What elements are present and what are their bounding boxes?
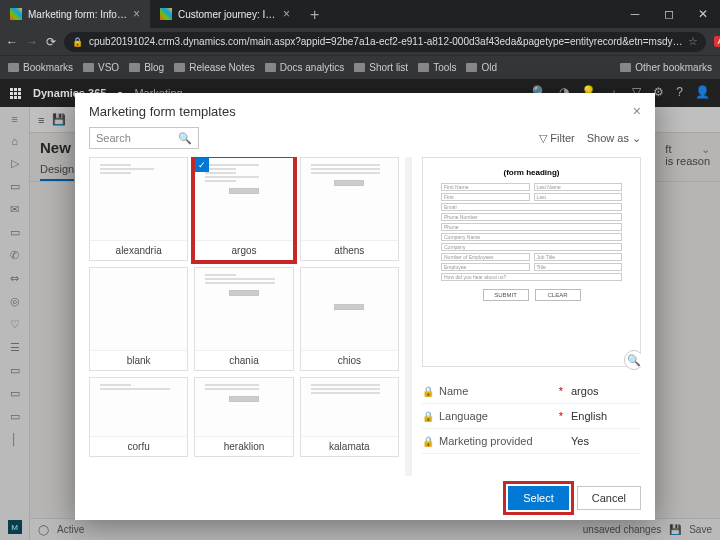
bookmark-item[interactable]: Old xyxy=(466,62,497,73)
url-text: cpub20191024.crm3.dynamics.com/main.aspx… xyxy=(89,36,682,47)
window-controls: ─ ◻ ✕ xyxy=(618,0,720,28)
bookmark-item[interactable]: Short list xyxy=(354,62,408,73)
preview-submit: SUBMIT xyxy=(483,289,529,301)
address-bar: ← → ⟳ 🔒 cpub20191024.crm3.dynamics.com/m… xyxy=(0,28,720,55)
close-icon[interactable]: × xyxy=(133,7,140,21)
template-card-selected[interactable]: ✓ argos xyxy=(194,157,293,261)
close-window-button[interactable]: ✕ xyxy=(686,0,720,28)
showas-button[interactable]: Show as ⌄ xyxy=(587,132,641,145)
close-icon[interactable]: × xyxy=(283,7,290,21)
template-picker-dialog: Marketing form templates × Search 🔍 ▽ Fi… xyxy=(75,93,655,520)
lock-icon: 🔒 xyxy=(422,386,434,397)
zoom-icon[interactable]: 🔍 xyxy=(624,350,641,370)
new-tab-button[interactable]: + xyxy=(300,0,329,28)
bookmark-item[interactable]: Bookmarks xyxy=(8,62,73,73)
bookmark-item[interactable]: Docs analytics xyxy=(265,62,344,73)
browser-tab-0[interactable]: Marketing form: Information: Ne × xyxy=(0,0,150,28)
template-card[interactable]: chania xyxy=(194,267,293,371)
prop-value: English xyxy=(571,410,641,422)
lock-icon: 🔒 xyxy=(422,436,434,447)
dialog-close-button[interactable]: × xyxy=(633,103,641,119)
prop-value: Yes xyxy=(571,435,641,447)
back-button[interactable]: ← xyxy=(6,35,18,49)
prop-label: Marketing provided xyxy=(439,435,563,447)
bookmark-item[interactable]: Tools xyxy=(418,62,456,73)
maximize-button[interactable]: ◻ xyxy=(652,0,686,28)
forward-button[interactable]: → xyxy=(26,35,38,49)
help-icon[interactable]: ? xyxy=(676,85,683,102)
bookmark-item[interactable]: Release Notes xyxy=(174,62,255,73)
filter-button[interactable]: ▽ Filter xyxy=(539,132,575,145)
tab-favicon xyxy=(160,8,172,20)
select-button[interactable]: Select xyxy=(508,486,569,510)
preview-pane: (form heading) First NameLast Name First… xyxy=(411,157,641,476)
tab-title: Marketing form: Information: Ne xyxy=(28,9,127,20)
bookmark-item[interactable]: VSO xyxy=(83,62,119,73)
template-card[interactable]: alexandria xyxy=(89,157,188,261)
template-properties: 🔒 Name * argos 🔒 Language * English 🔒 Ma… xyxy=(422,379,641,454)
other-bookmarks[interactable]: Other bookmarks xyxy=(620,62,712,73)
search-placeholder: Search xyxy=(96,132,131,144)
dialog-title: Marketing form templates xyxy=(89,104,236,119)
lock-icon: 🔒 xyxy=(72,37,83,47)
browser-tab-1[interactable]: Customer journey: Information: × xyxy=(150,0,300,28)
bookmark-item[interactable]: Blog xyxy=(129,62,164,73)
template-card[interactable]: heraklion xyxy=(194,377,293,457)
prop-label: Name xyxy=(439,385,559,397)
star-icon[interactable]: ☆ xyxy=(688,35,698,48)
prop-label: Language xyxy=(439,410,559,422)
template-gallery: alexandria ✓ argos athens blank ch xyxy=(89,157,405,476)
template-card[interactable]: athens xyxy=(300,157,399,261)
bookmarks-bar: Bookmarks VSO Blog Release Notes Docs an… xyxy=(0,55,720,79)
browser-tabstrip: Marketing form: Information: Ne × Custom… xyxy=(0,0,720,28)
search-icon[interactable]: 🔍 xyxy=(178,132,192,145)
search-input[interactable]: Search 🔍 xyxy=(89,127,199,149)
tab-favicon xyxy=(10,8,22,20)
template-preview: (form heading) First NameLast Name First… xyxy=(422,157,641,367)
tab-title: Customer journey: Information: xyxy=(178,9,277,20)
url-field[interactable]: 🔒 cpub20191024.crm3.dynamics.com/main.as… xyxy=(64,32,706,52)
check-icon: ✓ xyxy=(195,158,209,172)
cancel-button[interactable]: Cancel xyxy=(577,486,641,510)
adblock-icon[interactable]: ABP xyxy=(714,36,720,47)
minimize-button[interactable]: ─ xyxy=(618,0,652,28)
preview-clear: CLEAR xyxy=(535,289,581,301)
template-card[interactable]: blank xyxy=(89,267,188,371)
reload-button[interactable]: ⟳ xyxy=(46,35,56,49)
app-launcher-icon[interactable] xyxy=(10,88,21,99)
template-card[interactable]: kalamata xyxy=(300,377,399,457)
lock-icon: 🔒 xyxy=(422,411,434,422)
user-avatar[interactable]: 👤 xyxy=(695,85,710,102)
template-card[interactable]: corfu xyxy=(89,377,188,457)
template-card[interactable]: chios xyxy=(300,267,399,371)
prop-value: argos xyxy=(571,385,641,397)
